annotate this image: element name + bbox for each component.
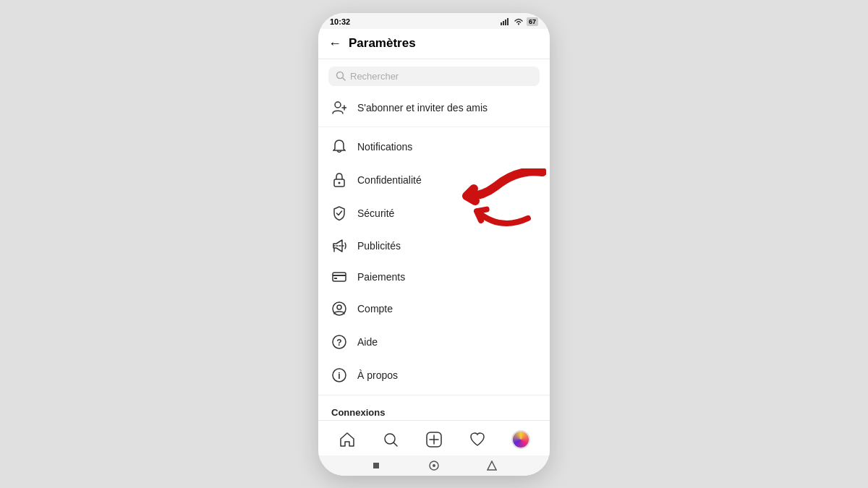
bell-icon [331,140,347,154]
connections-section-header: Connexions [318,398,550,420]
question-circle-icon: ? [331,335,347,349]
android-recents-button[interactable] [486,460,498,471]
android-nav [318,455,550,476]
menu-label-notifications: Notifications [357,141,412,153]
menu-item-account[interactable]: Compte [318,292,550,325]
svg-text:?: ? [336,338,341,348]
menu-label-account: Compte [357,303,393,314]
avatar [511,430,530,449]
nav-profile-button[interactable] [508,427,534,453]
android-recents-icon [487,461,497,471]
menu-label-payments: Paiements [357,271,405,283]
android-home-icon [429,461,439,471]
battery-icon: 67 [527,17,538,26]
svg-rect-1 [503,21,504,25]
android-back-button[interactable] [370,460,382,471]
svg-point-4 [518,23,519,25]
heart-icon [469,432,485,448]
status-bar: 10:32 67 [318,13,550,29]
menu-item-follow-friends[interactable]: S'abonner et inviter des amis [318,92,550,124]
nav-add-button[interactable] [421,427,447,453]
info-circle-icon: i [331,368,347,382]
svg-rect-3 [507,18,509,25]
svg-rect-17 [334,278,337,279]
nav-search-button[interactable] [378,427,404,453]
phone-frame: 10:32 67 ← Paramètres [318,13,550,476]
menu-item-about[interactable]: i À propos [318,359,550,392]
menu-label-follow-friends: S'abonner et inviter des amis [357,102,488,114]
user-circle-icon [331,301,347,316]
wifi-icon [514,18,524,25]
settings-list: S'abonner et inviter des amis Notificati… [318,92,550,420]
svg-point-19 [337,305,341,309]
svg-rect-2 [505,20,506,25]
credit-card-icon [331,271,347,283]
svg-line-25 [393,442,397,446]
status-time: 10:32 [330,17,350,26]
menu-label-help: Aide [357,336,378,348]
svg-rect-29 [373,463,379,468]
search-bar-container: Rechercher [318,59,550,92]
menu-label-security: Sécurité [357,207,394,219]
divider-2 [318,395,550,395]
svg-marker-32 [488,461,496,470]
status-icons: 67 [501,17,538,26]
home-icon [339,432,355,448]
menu-item-help[interactable]: ? Aide [318,325,550,359]
menu-label-about: À propos [357,369,398,381]
menu-label-privacy: Confidentialité [357,174,422,186]
android-back-icon [371,461,381,471]
signal-icon [501,17,511,25]
user-plus-icon [331,101,347,114]
search-field[interactable]: Rechercher [328,67,540,86]
svg-point-7 [335,102,341,108]
android-home-button[interactable] [428,460,440,471]
menu-item-ads[interactable]: Publicités [318,230,550,262]
menu-item-notifications[interactable]: Notifications [318,130,550,163]
menu-item-security[interactable]: Sécurité [318,197,550,230]
add-icon [426,432,442,448]
search-nav-icon [383,432,399,448]
search-icon [336,71,346,81]
nav-home-button[interactable] [334,427,360,453]
search-placeholder: Rechercher [350,71,399,82]
megaphone-icon [331,239,347,252]
lock-icon [331,173,347,187]
shield-check-icon [331,206,347,221]
svg-point-11 [339,181,341,184]
divider-1 [318,127,550,127]
settings-header: ← Paramètres [318,29,550,59]
svg-line-6 [343,78,346,81]
bottom-nav [318,420,550,455]
page-title: Paramètres [349,36,416,51]
svg-text:i: i [338,371,340,381]
svg-rect-0 [501,22,502,25]
menu-item-payments[interactable]: Paiements [318,262,550,292]
back-button[interactable]: ← [328,36,341,51]
svg-point-31 [433,464,435,467]
nav-heart-button[interactable] [464,427,490,453]
svg-rect-15 [333,273,346,281]
menu-label-ads: Publicités [357,240,401,252]
menu-item-privacy[interactable]: Confidentialité [318,163,550,197]
